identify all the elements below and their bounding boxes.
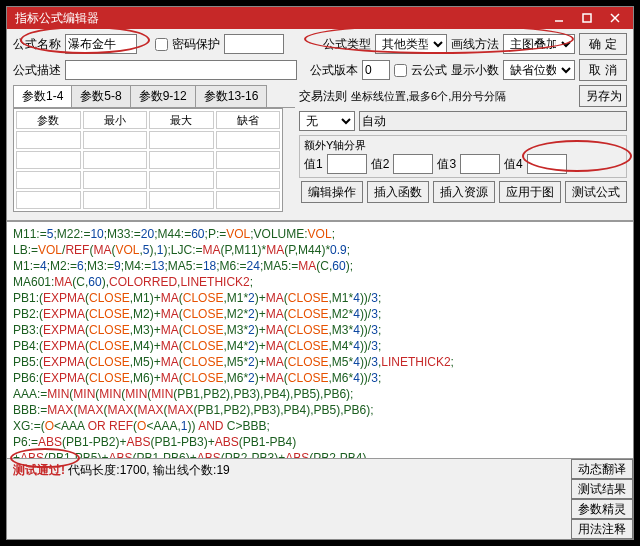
usage-note-button[interactable]: 用法注释 — [571, 519, 633, 539]
tab-params-1-4[interactable]: 参数1-4 — [13, 85, 72, 107]
svg-rect-1 — [583, 14, 591, 22]
formula-name-input[interactable] — [65, 34, 137, 54]
edit-ops-button[interactable]: 编辑操作 — [301, 181, 363, 203]
tab-params-13-16[interactable]: 参数13-16 — [195, 85, 268, 107]
maximize-button[interactable] — [573, 9, 601, 27]
param-wizard-button[interactable]: 参数精灵 — [571, 499, 633, 519]
params-panel: 参数1-4 参数5-8 参数9-12 参数13-16 参数最小最大缺省 — [13, 85, 295, 212]
y2-input[interactable] — [393, 154, 433, 174]
param-tabs: 参数1-4 参数5-8 参数9-12 参数13-16 — [13, 85, 295, 108]
ok-button[interactable]: 确 定 — [579, 33, 627, 55]
titlebar: 指标公式编辑器 — [7, 7, 633, 29]
draw-method-label: 画线方法 — [451, 36, 499, 53]
desc-label: 公式描述 — [13, 62, 61, 79]
test-result-button[interactable]: 测试结果 — [571, 479, 633, 499]
password-label: 密码保护 — [172, 36, 220, 53]
trade-rule-label: 交易法则 — [299, 88, 347, 105]
y4-input[interactable] — [527, 154, 567, 174]
insert-func-button[interactable]: 插入函数 — [367, 181, 429, 203]
coord-label: 坐标线位置,最多6个,用分号分隔 — [351, 89, 575, 104]
editor-window: 指标公式编辑器 公式名称 密码保护 公式类型 其他类型 画线方法 主图叠加 确 … — [6, 6, 634, 540]
formula-type-label: 公式类型 — [323, 36, 371, 53]
auto-select[interactable]: 无 — [299, 111, 355, 131]
extra-y-title: 额外Y轴分界 — [304, 138, 622, 153]
status-area: 测试通过! 代码长度:1700, 输出线个数:19 — [7, 459, 571, 482]
cloud-checkbox[interactable] — [394, 64, 407, 77]
version-input[interactable] — [362, 60, 390, 80]
version-label: 公式版本 — [310, 62, 358, 79]
auto-input[interactable] — [359, 111, 627, 131]
tab-params-9-12[interactable]: 参数9-12 — [130, 85, 196, 107]
draw-method-select[interactable]: 主图叠加 — [503, 34, 575, 54]
save-as-button[interactable]: 另存为 — [579, 85, 627, 107]
side-buttons: 动态翻译 测试结果 参数精灵 用法注释 — [571, 459, 633, 539]
password-checkbox[interactable] — [155, 38, 168, 51]
code-editor[interactable]: M11:=5;M22:=10;M33:=20;M44:=60;P:=VOL;VO… — [7, 221, 633, 458]
desc-input[interactable] — [65, 60, 297, 80]
tab-params-5-8[interactable]: 参数5-8 — [71, 85, 130, 107]
cancel-button[interactable]: 取 消 — [579, 59, 627, 81]
minimize-button[interactable] — [545, 9, 573, 27]
test-pass-label: 测试通过! — [13, 463, 65, 477]
bottom-bar: 测试通过! 代码长度:1700, 输出线个数:19 动态翻译 测试结果 参数精灵… — [7, 458, 633, 539]
decimals-label: 显示小数 — [451, 62, 499, 79]
cloud-label: 云公式 — [411, 62, 447, 79]
formula-name-label: 公式名称 — [13, 36, 61, 53]
window-title: 指标公式编辑器 — [11, 10, 545, 27]
password-input[interactable] — [224, 34, 284, 54]
y1-input[interactable] — [327, 154, 367, 174]
y3-input[interactable] — [460, 154, 500, 174]
extra-y-group: 额外Y轴分界 值1 值2 值3 值4 — [299, 135, 627, 178]
status-detail: 代码长度:1700, 输出线个数:19 — [68, 463, 229, 477]
apply-chart-button[interactable]: 应用于图 — [499, 181, 561, 203]
formula-type-select[interactable]: 其他类型 — [375, 34, 447, 54]
decimals-select[interactable]: 缺省位数 — [503, 60, 575, 80]
form-area: 公式名称 密码保护 公式类型 其他类型 画线方法 主图叠加 确 定 公式描述 公… — [7, 29, 633, 221]
close-button[interactable] — [601, 9, 629, 27]
test-formula-button[interactable]: 测试公式 — [565, 181, 627, 203]
param-table: 参数最小最大缺省 — [13, 108, 283, 212]
insert-res-button[interactable]: 插入资源 — [433, 181, 495, 203]
dyn-translate-button[interactable]: 动态翻译 — [571, 459, 633, 479]
